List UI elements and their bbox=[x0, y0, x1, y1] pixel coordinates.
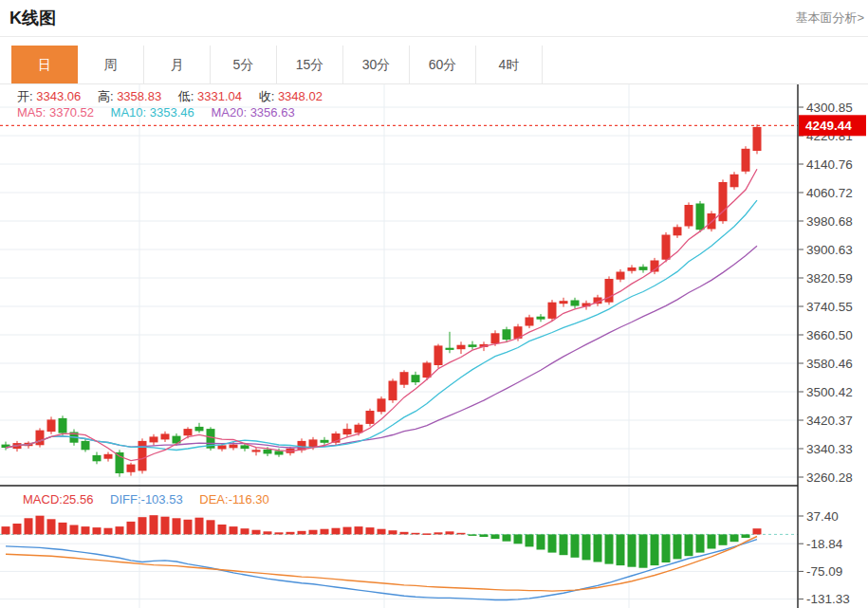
fundamental-analysis-link[interactable]: 基本面分析> bbox=[795, 9, 864, 27]
period-tab[interactable]: 4时 bbox=[476, 46, 543, 83]
period-tab[interactable]: 5分 bbox=[211, 46, 277, 83]
current-price-tag: 4249.44 bbox=[799, 115, 866, 136]
svg-text:3980.68: 3980.68 bbox=[806, 214, 853, 229]
period-tab[interactable]: 60分 bbox=[410, 46, 476, 83]
svg-text:3500.42: 3500.42 bbox=[806, 385, 853, 399]
svg-text:3740.55: 3740.55 bbox=[806, 300, 853, 314]
kline-chart-canvas[interactable]: 4300.854220.814140.764060.723980.683900.… bbox=[0, 84, 868, 608]
svg-text:3660.50: 3660.50 bbox=[806, 328, 853, 342]
title-bar: K线图 基本面分析> bbox=[0, 0, 868, 37]
svg-text:-18.84: -18.84 bbox=[806, 537, 843, 551]
period-tab[interactable]: 30分 bbox=[343, 46, 410, 83]
period-tab[interactable]: 周 bbox=[78, 46, 144, 83]
svg-text:3900.63: 3900.63 bbox=[806, 243, 853, 257]
svg-text:4140.76: 4140.76 bbox=[806, 157, 853, 172]
page-title: K线图 bbox=[9, 7, 56, 29]
svg-text:3820.59: 3820.59 bbox=[806, 271, 853, 286]
period-tabs: 日周月5分15分30分60分4时 bbox=[0, 46, 868, 84]
svg-text:4060.72: 4060.72 bbox=[806, 186, 853, 200]
kline-page: K线图 基本面分析> 日周月5分15分30分60分4时 4300.854220.… bbox=[0, 0, 868, 608]
svg-text:3420.37: 3420.37 bbox=[806, 414, 853, 428]
macd-histogram bbox=[2, 515, 762, 567]
period-tab[interactable]: 月 bbox=[144, 46, 211, 83]
svg-text:3580.46: 3580.46 bbox=[806, 357, 853, 371]
svg-text:4300.85: 4300.85 bbox=[806, 101, 853, 115]
period-tab[interactable]: 15分 bbox=[277, 46, 343, 83]
period-tab[interactable]: 日 bbox=[11, 46, 78, 83]
svg-text:3260.28: 3260.28 bbox=[806, 470, 853, 485]
chart-area: 4300.854220.814140.764060.723980.683900.… bbox=[0, 84, 868, 608]
svg-text:-75.09: -75.09 bbox=[806, 564, 842, 579]
svg-text:3340.33: 3340.33 bbox=[806, 442, 853, 456]
svg-text:4249.44: 4249.44 bbox=[805, 119, 852, 133]
y-axis-labels: 4300.854220.814140.764060.723980.683900.… bbox=[798, 101, 853, 607]
ma-line bbox=[6, 169, 757, 460]
svg-text:37.40: 37.40 bbox=[806, 509, 839, 524]
svg-text:-131.33: -131.33 bbox=[806, 592, 850, 606]
candles bbox=[2, 124, 762, 476]
